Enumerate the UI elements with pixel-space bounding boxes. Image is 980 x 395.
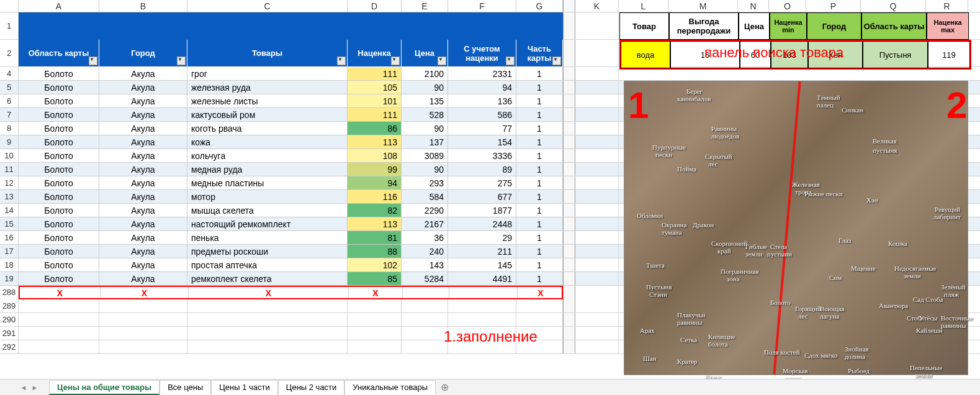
cell-item[interactable]: мотор	[187, 190, 348, 203]
rownum[interactable]: 7	[0, 108, 19, 121]
header-markup[interactable]: Наценка	[348, 40, 402, 67]
rownum-1[interactable]: 1	[0, 12, 19, 39]
cell-city[interactable]: Акула	[99, 108, 187, 121]
cell-total[interactable]: 1877	[448, 204, 516, 217]
rownum[interactable]: 292	[0, 340, 19, 353]
rownum[interactable]: 9	[0, 135, 19, 148]
sp-region[interactable]: Пустыня	[863, 41, 928, 68]
cell-price[interactable]: 137	[402, 135, 448, 148]
rownum[interactable]: 8	[0, 122, 19, 135]
cell-region[interactable]: Болото	[19, 190, 99, 203]
rownum[interactable]: 11	[0, 163, 19, 176]
col-E[interactable]: E	[402, 0, 448, 12]
rownum-288[interactable]: 288	[0, 286, 19, 299]
cell-price[interactable]: 3089	[402, 149, 448, 162]
sheet-tab[interactable]: Цены 2 части	[278, 380, 345, 395]
rownum[interactable]: 14	[0, 204, 19, 217]
filter-icon[interactable]	[438, 57, 446, 65]
cell-region[interactable]: Болото	[19, 176, 99, 189]
cell-markup[interactable]: 113	[348, 135, 402, 148]
cell-item[interactable]: ремкоплект скелета	[187, 272, 348, 285]
rownum[interactable]: 18	[0, 258, 19, 271]
cell-markup[interactable]: 108	[348, 149, 402, 162]
rownum[interactable]: 291	[0, 327, 19, 340]
cell-region[interactable]: Болото	[19, 108, 99, 121]
cell-markup[interactable]: 102	[348, 258, 402, 271]
rownum[interactable]: 5	[0, 81, 19, 94]
cell-part[interactable]: 1	[516, 122, 563, 135]
cell-item[interactable]: коготь рвача	[187, 122, 348, 135]
cell-part[interactable]: 1	[516, 108, 563, 121]
cell-price[interactable]: 2290	[402, 204, 448, 217]
cell-item[interactable]: простая аптечка	[187, 258, 348, 271]
cell-city[interactable]: Акула	[99, 81, 187, 94]
col-L[interactable]: L	[619, 0, 668, 12]
cell-region[interactable]: Болото	[19, 245, 99, 258]
title-bar[interactable]	[19, 12, 563, 40]
cell-city[interactable]: Акула	[99, 217, 187, 230]
cell-item[interactable]: медные пластины	[187, 176, 348, 189]
cell-total[interactable]: 2331	[448, 67, 516, 80]
cell-city[interactable]: Акула	[99, 190, 187, 203]
cell-city[interactable]: Акула	[99, 122, 187, 135]
sheet-tab[interactable]: Уникальные товары	[344, 380, 436, 395]
cell-region[interactable]: Болото	[19, 217, 99, 230]
x-row[interactable]: X X X X X	[19, 286, 563, 299]
cell-city[interactable]: Акула	[99, 176, 187, 189]
cell-price[interactable]: 135	[402, 94, 448, 107]
cell-total[interactable]: 89	[448, 163, 516, 176]
cell-markup[interactable]: 81	[348, 231, 402, 244]
cell-region[interactable]: Болото	[19, 149, 99, 162]
select-all-cell[interactable]	[0, 0, 19, 12]
cell-item[interactable]: грог	[187, 67, 348, 80]
cell-part[interactable]: 1	[516, 272, 563, 285]
cell-price[interactable]: 2167	[402, 217, 448, 230]
cell-total[interactable]: 275	[448, 176, 516, 189]
cell-markup[interactable]: 105	[348, 81, 402, 94]
col-G[interactable]: G	[516, 0, 563, 12]
sheet-tab[interactable]: Цены 1 части	[211, 380, 278, 395]
cell-region[interactable]: Болото	[19, 94, 99, 107]
cell-total[interactable]: 2448	[448, 217, 516, 230]
col-F[interactable]: F	[448, 0, 516, 12]
col-A[interactable]: A	[19, 0, 99, 12]
cell-price[interactable]: 90	[402, 81, 448, 94]
cell-part[interactable]: 1	[516, 176, 563, 189]
cell-part[interactable]: 1	[516, 67, 563, 80]
filter-icon[interactable]	[337, 57, 346, 65]
cell-item[interactable]: железные листы	[187, 94, 348, 107]
cell-region[interactable]: Болото	[19, 258, 99, 271]
cell-item[interactable]: настоящий ремкомплект	[187, 217, 348, 230]
sp-markup-max[interactable]: 119	[928, 41, 970, 68]
tab-nav-next-icon[interactable]: ►	[30, 383, 40, 393]
sheet-tab[interactable]: Все цены	[160, 380, 211, 395]
rownum[interactable]: 13	[0, 190, 19, 203]
cell-part[interactable]: 1	[516, 245, 563, 258]
cell-markup[interactable]: 82	[348, 204, 402, 217]
col-O[interactable]: O	[769, 0, 806, 12]
cell-part[interactable]: 1	[516, 94, 563, 107]
filter-icon[interactable]	[391, 57, 400, 65]
cell-price[interactable]: 143	[402, 258, 448, 271]
cell-total[interactable]: 94	[448, 81, 516, 94]
cell-price[interactable]: 584	[402, 190, 448, 203]
cell-city[interactable]: Акула	[99, 204, 187, 217]
cell-item[interactable]: медная руда	[187, 163, 348, 176]
cell-city[interactable]: Акула	[99, 94, 187, 107]
cell-markup[interactable]: 116	[348, 190, 402, 203]
cell-item[interactable]: кожа	[187, 135, 348, 148]
rownum[interactable]: 6	[0, 94, 19, 107]
cell-total[interactable]: 3336	[448, 149, 516, 162]
sheet-tab[interactable]: Цены на общие товары	[49, 380, 160, 395]
cell-city[interactable]: Акула	[99, 231, 187, 244]
cell-part[interactable]: 1	[516, 231, 563, 244]
cell-part[interactable]: 1	[516, 204, 563, 217]
filter-icon[interactable]	[552, 57, 561, 65]
col-R[interactable]: R	[926, 0, 968, 12]
rownum[interactable]: 290	[0, 313, 19, 326]
header-items[interactable]: Товары	[187, 40, 348, 67]
header-region[interactable]: Область карты	[19, 40, 99, 67]
cell-city[interactable]: Акула	[99, 67, 187, 80]
cell-part[interactable]: 1	[516, 135, 563, 148]
cell-part[interactable]: 1	[516, 217, 563, 230]
